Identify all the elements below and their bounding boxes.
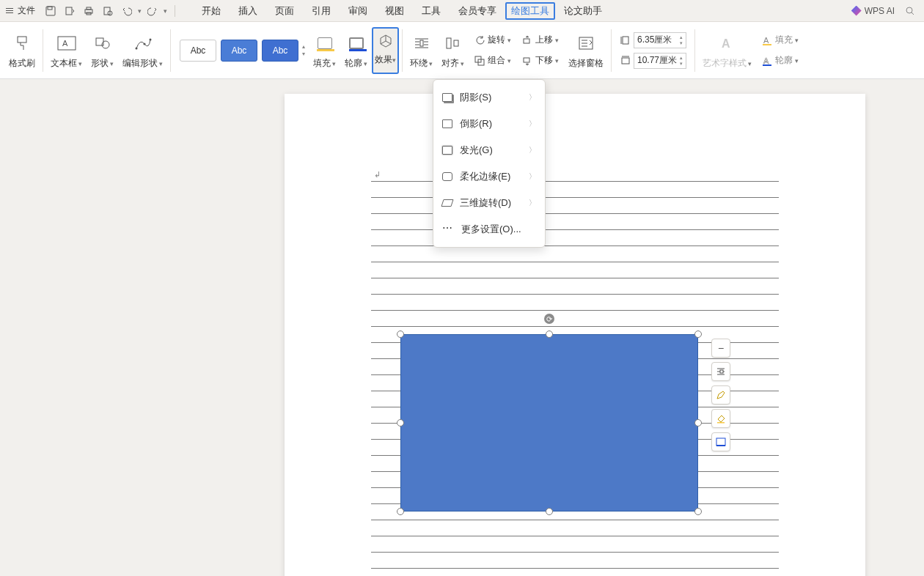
tab-tools[interactable]: 工具 — [413, 0, 450, 22]
menu-item-3d-rotation[interactable]: 三维旋转(D) 〉 — [433, 190, 545, 216]
resize-handle-e[interactable] — [694, 419, 702, 427]
float-style-button[interactable] — [711, 385, 730, 405]
align-button[interactable]: 对齐▾ — [437, 22, 469, 78]
menubar: 文件 ▾ ▾ 开始 插入 页面 引用 审阅 视图 工具 会员专享 绘图工具 论文… — [0, 0, 924, 22]
width-spinner[interactable]: ▴▾ — [680, 55, 683, 67]
chevron-down-icon[interactable]: ▾ — [680, 61, 683, 67]
tab-view[interactable]: 视图 — [376, 0, 413, 22]
layout-options-icon — [716, 366, 726, 377]
chevron-up-icon[interactable]: ▴ — [680, 34, 683, 40]
submenu-chevron-icon: 〉 — [529, 171, 536, 182]
tab-insert[interactable]: 插入 — [230, 0, 266, 22]
menu-item-reflection[interactable]: 倒影(R) 〉 — [433, 111, 545, 137]
menu-item-soft-edges[interactable]: 柔化边缘(E) 〉 — [433, 163, 545, 190]
tab-drawing-tools[interactable]: 绘图工具 — [505, 2, 555, 20]
style-gallery-scroll[interactable]: ▴▾ — [302, 43, 305, 58]
tab-review[interactable]: 审阅 — [340, 0, 376, 22]
style-swatch-2[interactable]: Abc — [221, 40, 257, 62]
shapes-button[interactable]: 形状▾ — [87, 22, 118, 78]
svg-rect-29 — [763, 44, 771, 45]
rectangle-shape[interactable] — [400, 334, 698, 512]
selection-pane-button[interactable]: 选择窗格 — [564, 22, 608, 78]
undo-dropdown-icon[interactable]: ▾ — [138, 7, 142, 15]
style-swatch-1[interactable]: Abc — [180, 40, 216, 62]
resize-handle-nw[interactable] — [397, 331, 404, 338]
tab-reference[interactable]: 引用 — [303, 0, 340, 22]
hamburger-icon[interactable] — [6, 8, 13, 13]
print-preview2-icon[interactable] — [101, 4, 114, 18]
move-down-icon — [521, 55, 533, 67]
chevron-up-icon[interactable]: ▴ — [302, 43, 305, 51]
text-box-button[interactable]: A 文本框▾ — [46, 22, 87, 78]
selected-shape[interactable]: ⟳ — [400, 334, 698, 512]
print-preview-icon[interactable] — [63, 4, 76, 18]
svg-rect-17 — [420, 40, 423, 46]
text-fill-button[interactable]: A填充▾ — [759, 31, 801, 50]
outline-button[interactable]: 轮廓▾ — [340, 22, 372, 78]
pencil-icon — [716, 390, 726, 400]
width-input[interactable]: 10.77厘米▴▾ — [634, 53, 686, 69]
tab-page[interactable]: 页面 — [266, 0, 303, 22]
menu-item-shadow[interactable]: 阴影(S) 〉 — [433, 84, 545, 111]
tab-start[interactable]: 开始 — [193, 0, 230, 22]
resize-handle-ne[interactable] — [694, 331, 702, 338]
format-painter-button[interactable]: 格式刷 — [4, 22, 40, 78]
tab-vip[interactable]: 会员专享 — [450, 0, 505, 22]
move-down-button[interactable]: 下移▾ — [519, 51, 561, 70]
width-value: 10.77厘米 — [637, 54, 677, 67]
svg-point-15 — [143, 43, 145, 45]
resize-handle-n[interactable] — [546, 331, 553, 338]
print-icon[interactable] — [82, 4, 95, 18]
float-layout-button[interactable] — [711, 362, 730, 381]
chevron-down-icon: ▾ — [795, 37, 799, 44]
wrap-button[interactable]: 环绕▾ — [406, 22, 437, 78]
chevron-up-icon[interactable]: ▴ — [680, 55, 683, 61]
redo-dropdown-icon[interactable]: ▾ — [164, 7, 167, 15]
menu-item-glow[interactable]: 发光(G) 〉 — [433, 137, 545, 163]
float-picture-button[interactable] — [711, 432, 730, 451]
chevron-down-icon: ▾ — [392, 56, 396, 64]
height-input[interactable]: 6.35厘米▴▾ — [634, 32, 686, 48]
rotate-button[interactable]: 旋转▾ — [472, 31, 513, 50]
redo-button[interactable] — [146, 4, 159, 18]
float-collapse-button[interactable]: − — [711, 339, 730, 358]
format-painter-label: 格式刷 — [9, 57, 35, 70]
text-fill-outline-stack: A填充▾ A轮廓▾ — [756, 22, 804, 78]
edit-shape-button[interactable]: 编辑形状▾ — [118, 22, 167, 78]
svg-rect-1 — [48, 7, 52, 10]
menu-item-label: 倒影(R) — [460, 117, 492, 130]
tab-thesis[interactable]: 论文助手 — [555, 0, 611, 22]
chevron-down-icon[interactable]: ▾ — [302, 51, 305, 58]
style-swatch-3[interactable]: Abc — [262, 40, 298, 62]
effect-label: 效果 — [375, 54, 392, 64]
wrap-label: 环绕 — [410, 57, 428, 70]
text-fill-icon: A — [761, 34, 773, 46]
height-spinner[interactable]: ▴▾ — [680, 34, 683, 46]
search-icon[interactable] — [903, 4, 917, 18]
menu-item-label: 三维旋转(D) — [460, 196, 511, 210]
undo-button[interactable] — [120, 4, 133, 18]
file-menu[interactable]: 文件 — [18, 4, 35, 17]
save-icon[interactable] — [44, 4, 57, 18]
fill-button[interactable]: 填充▾ — [309, 22, 340, 78]
resize-handle-sw[interactable] — [397, 508, 404, 515]
fill-label: 填充 — [313, 57, 331, 70]
qat-separator — [175, 5, 175, 17]
shape-style-gallery[interactable]: Abc Abc Abc ▴▾ — [174, 36, 309, 65]
move-down-label: 下移 — [535, 54, 553, 67]
wordart-styles-button[interactable]: A 艺术字样式▾ — [698, 22, 756, 78]
svg-rect-22 — [524, 39, 529, 43]
resize-handle-se[interactable] — [694, 508, 702, 515]
resize-handle-s[interactable] — [546, 508, 553, 515]
move-up-button[interactable]: 上移▾ — [519, 31, 561, 50]
resize-handle-w[interactable] — [397, 419, 404, 427]
menu-item-more-settings[interactable]: ⋯ 更多设置(O)... — [433, 216, 545, 243]
rotation-handle[interactable]: ⟳ — [544, 314, 554, 324]
text-outline-button[interactable]: A轮廓▾ — [759, 51, 801, 70]
wps-ai-button[interactable]: WPS AI — [851, 6, 895, 16]
svg-text:A: A — [722, 37, 730, 50]
group-button[interactable]: 组合▾ — [472, 51, 513, 70]
effect-button[interactable]: 效果▾ — [372, 27, 399, 74]
float-fill-button[interactable] — [711, 409, 730, 428]
chevron-down-icon[interactable]: ▾ — [680, 40, 683, 46]
